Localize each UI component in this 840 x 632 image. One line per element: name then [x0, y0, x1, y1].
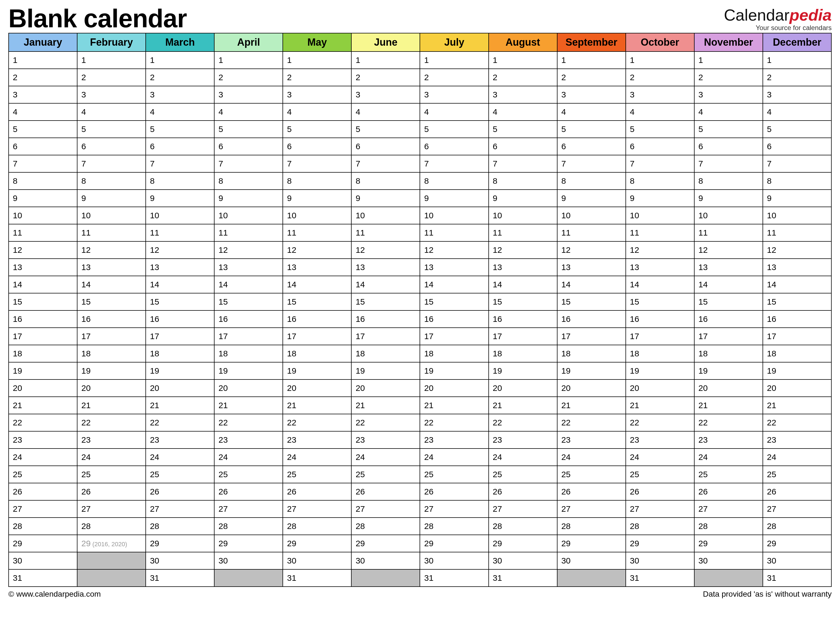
calendar-cell: 23: [557, 431, 626, 449]
calendar-cell: 18: [694, 345, 763, 362]
calendar-cell: 6: [9, 138, 77, 155]
calendar-cell: 1: [77, 52, 146, 69]
calendar-cell: 16: [351, 310, 420, 328]
calendar-row: 131313131313131313131313: [9, 258, 831, 276]
calendar-cell: 8: [283, 172, 351, 190]
calendar-cell: 29: [283, 535, 351, 552]
calendar-row: 101010101010101010101010: [9, 207, 831, 224]
calendar-cell: 23: [694, 431, 763, 449]
calendar-row: 181818181818181818181818: [9, 345, 831, 362]
calendar-row: 191919191919191919191919: [9, 362, 831, 380]
calendar-cell: 15: [351, 293, 420, 310]
calendar-cell: 8: [626, 172, 694, 190]
calendar-cell: 20: [146, 380, 214, 397]
calendar-cell: 28: [214, 518, 283, 535]
calendar-cell: 5: [557, 121, 626, 138]
calendar-cell: 14: [420, 276, 488, 293]
calendar-cell: 12: [146, 241, 214, 258]
calendar-cell: 11: [557, 224, 626, 241]
calendar-cell: 9: [489, 190, 557, 207]
calendar-cell: 9: [214, 190, 283, 207]
calendar-cell: 3: [694, 86, 763, 103]
calendar-cell: 7: [489, 155, 557, 172]
calendar-cell: 1: [420, 52, 488, 69]
calendar-cell: 28: [489, 518, 557, 535]
calendar-cell: 19: [9, 362, 77, 380]
calendar-cell: 11: [694, 224, 763, 241]
month-header: December: [763, 33, 831, 52]
calendar-row: 111111111111111111111111: [9, 224, 831, 241]
calendar-row: 282828282828282828282828: [9, 518, 831, 535]
calendar-row: 666666666666: [9, 138, 831, 155]
calendar-row: 161616161616161616161616: [9, 310, 831, 328]
calendar-cell: 26: [626, 483, 694, 500]
calendar-cell: 20: [420, 380, 488, 397]
month-header: March: [146, 33, 214, 52]
calendar-cell: 29: [420, 535, 488, 552]
calendar-cell: 10: [214, 207, 283, 224]
calendar-cell: 31: [626, 569, 694, 586]
calendar-cell: 28: [557, 518, 626, 535]
calendar-cell: 12: [77, 241, 146, 258]
calendar-cell: 19: [626, 362, 694, 380]
calendar-cell: 31: [146, 569, 214, 586]
calendar-cell: 27: [9, 500, 77, 518]
calendar-cell: [77, 569, 146, 586]
calendar-cell: 21: [489, 397, 557, 414]
calendar-cell: 15: [146, 293, 214, 310]
calendar-cell: 24: [557, 449, 626, 466]
calendar-cell: 16: [626, 310, 694, 328]
calendar-cell: 10: [283, 207, 351, 224]
calendar-cell: 26: [146, 483, 214, 500]
calendar-cell: 30: [351, 552, 420, 569]
brand-tagline: Your source for calendars: [724, 24, 832, 31]
calendar-cell: 18: [626, 345, 694, 362]
calendar-cell: 30: [694, 552, 763, 569]
calendar-cell: 20: [694, 380, 763, 397]
calendar-cell: 8: [77, 172, 146, 190]
header: Blank calendar Calendarpedia Your source…: [8, 6, 832, 31]
calendar-cell: 22: [626, 414, 694, 431]
calendar-cell: 10: [557, 207, 626, 224]
calendar-cell: 14: [557, 276, 626, 293]
calendar-cell: 22: [9, 414, 77, 431]
calendar-cell: 23: [9, 431, 77, 449]
calendar-cell: 22: [283, 414, 351, 431]
calendar-cell: 17: [77, 328, 146, 345]
calendar-cell: 21: [763, 397, 831, 414]
calendar-cell: 17: [283, 328, 351, 345]
calendar-cell: 11: [763, 224, 831, 241]
calendar-row: 121212121212121212121212: [9, 241, 831, 258]
month-header: February: [77, 33, 146, 52]
calendar-cell: 5: [351, 121, 420, 138]
calendar-cell: 6: [77, 138, 146, 155]
calendar-cell: 19: [763, 362, 831, 380]
calendar-cell: 7: [763, 155, 831, 172]
calendar-cell: 18: [77, 345, 146, 362]
calendar-cell: 29: [626, 535, 694, 552]
calendar-cell: 11: [283, 224, 351, 241]
calendar-cell: 16: [420, 310, 488, 328]
calendar-cell: 3: [283, 86, 351, 103]
calendar-cell: 14: [694, 276, 763, 293]
calendar-cell: 9: [146, 190, 214, 207]
calendar-cell: 25: [694, 466, 763, 483]
calendar-cell: 13: [489, 258, 557, 276]
calendar-cell: 22: [351, 414, 420, 431]
calendar-cell: 25: [557, 466, 626, 483]
calendar-cell: 25: [420, 466, 488, 483]
calendar-cell: 12: [351, 241, 420, 258]
calendar-cell: 7: [557, 155, 626, 172]
calendar-cell: 16: [557, 310, 626, 328]
calendar-cell: 12: [557, 241, 626, 258]
calendar-cell: 15: [9, 293, 77, 310]
calendar-cell: 9: [694, 190, 763, 207]
calendar-cell: 7: [420, 155, 488, 172]
calendar-cell: 10: [489, 207, 557, 224]
calendar-cell: 2: [489, 69, 557, 86]
brand: Calendarpedia Your source for calendars: [724, 7, 832, 31]
calendar-row: 202020202020202020202020: [9, 380, 831, 397]
calendar-cell: 23: [214, 431, 283, 449]
calendar-cell: 18: [146, 345, 214, 362]
calendar-cell: 5: [9, 121, 77, 138]
